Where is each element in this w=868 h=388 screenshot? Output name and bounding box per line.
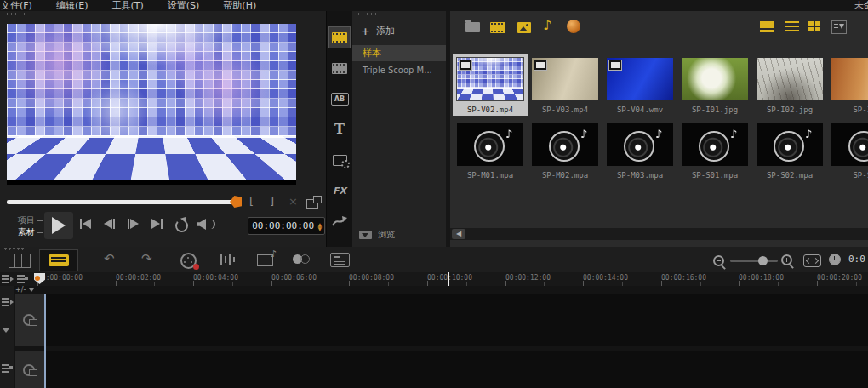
overlay-tracks-icon[interactable] <box>2 364 13 373</box>
previous-frame-button[interactable] <box>104 219 115 229</box>
video-track-lane[interactable] <box>46 294 868 346</box>
add-folder-button[interactable]: + 添加 <box>361 25 395 37</box>
redo-button[interactable]: ↷ <box>141 253 152 265</box>
menu-file[interactable]: 文件(F) <box>1 0 32 11</box>
record-capture-button[interactable] <box>180 253 197 269</box>
media-item-sp-i01[interactable]: SP-I01.jpg <box>677 54 752 116</box>
menu-edit[interactable]: 编辑(E) <box>56 0 89 11</box>
media-item-sp-s02[interactable]: ♪ SP-S02.mpa <box>752 119 827 181</box>
graphic-icon <box>333 155 347 166</box>
ripple-editing-button[interactable] <box>2 275 13 283</box>
media-item-sp-m03[interactable]: ♪ SP-M03.mpa <box>602 119 677 181</box>
overlay-track-icon <box>23 364 37 376</box>
scrubber-handle[interactable] <box>230 196 242 208</box>
overlay-track-header[interactable] <box>15 351 44 388</box>
previous-frame-icon <box>113 219 115 229</box>
media-item-sp-i03[interactable]: SP-I0 <box>827 54 868 116</box>
timecode-value[interactable]: 00:00:00:00 <box>248 220 317 231</box>
import-folder-icon[interactable] <box>465 22 480 32</box>
enlarge-preview-button[interactable] <box>306 199 318 209</box>
storyboard-view-button[interactable] <box>9 254 31 268</box>
track-insert-button[interactable] <box>17 275 28 283</box>
overlay-track-lane[interactable] <box>46 351 868 388</box>
project-duration-value: 0:0 <box>848 254 865 265</box>
zoom-in-icon[interactable] <box>781 254 792 265</box>
timeline-zoom-slider[interactable] <box>730 260 778 262</box>
motion-tracking-button[interactable] <box>293 254 311 265</box>
mark-out-button[interactable]: ] <box>270 196 274 208</box>
undo-button[interactable]: ↶ <box>104 253 115 265</box>
show-videos-filter-icon[interactable] <box>490 22 505 33</box>
volume-button[interactable] <box>197 219 206 230</box>
folder-item-triple-scoop[interactable]: Triple Scoop M... <box>352 62 446 78</box>
mode-project-toggle[interactable]: 项目 <box>18 215 43 225</box>
grid-view-button[interactable] <box>808 21 821 31</box>
show-photos-filter-icon[interactable] <box>517 22 531 33</box>
nav-filter-button[interactable]: FX <box>328 180 351 202</box>
media-item-label: SP-S01.mpa <box>677 171 752 180</box>
list-view-button[interactable] <box>785 21 799 31</box>
sort-button[interactable] <box>831 20 847 34</box>
disco-wall-art <box>7 24 296 136</box>
video-track-header[interactable] <box>15 294 44 346</box>
media-item-sp-m01[interactable]: ♪ SP-M01.mpa <box>453 119 528 181</box>
nav-transition-button[interactable]: AB <box>328 88 351 110</box>
end-icon <box>151 219 160 229</box>
fit-project-button[interactable] <box>803 254 821 267</box>
ruler-label: 00:00:20:00 <box>817 274 862 282</box>
audio-thumbnail: ♪ <box>757 123 823 166</box>
end-button[interactable] <box>151 219 163 229</box>
play-button[interactable] <box>44 212 73 239</box>
media-item-sp-m02[interactable]: ♪ SP-M02.mpa <box>528 119 602 181</box>
browse-button[interactable]: 浏览 <box>359 229 395 241</box>
zoom-slider-handle[interactable] <box>758 256 768 265</box>
nav-instant-project-button[interactable] <box>328 57 351 79</box>
subtitle-editor-button[interactable] <box>330 253 350 267</box>
library-gallery-pane: ♪ SP-V02.mp4 <box>450 11 868 247</box>
home-button[interactable] <box>80 219 91 229</box>
nav-motion-path-button[interactable] <box>328 210 351 232</box>
menu-bar: 文件(F) 编辑(E) 工具(T) 设置(S) 帮助(H) 未命 <box>0 0 868 11</box>
repeat-button[interactable] <box>175 220 188 232</box>
split-clip-button[interactable]: × <box>288 196 298 208</box>
timecode-spinner[interactable]: ▲ ▼ <box>317 222 322 231</box>
nav-title-button[interactable]: T <box>328 118 351 140</box>
media-item-sp-s01[interactable]: ♪ SP-S01.mpa <box>677 119 752 181</box>
gallery-scrollbar[interactable]: ◀ <box>450 228 868 240</box>
mark-in-button[interactable]: [ <box>249 196 254 208</box>
media-item-sp-v02[interactable]: SP-V02.mp4 <box>453 54 528 116</box>
scroll-left-button[interactable]: ◀ <box>452 229 465 239</box>
mode-clip-toggle[interactable]: 素材 <box>18 227 43 237</box>
folder-item-samples[interactable]: 样本 <box>352 45 446 61</box>
playhead-line[interactable] <box>448 272 449 286</box>
nav-graphic-button[interactable] <box>328 149 351 171</box>
panel-grip[interactable] <box>5 13 27 15</box>
scrubber-track[interactable] <box>7 200 235 204</box>
menu-tools[interactable]: 工具(T) <box>111 0 143 11</box>
media-item-sp-v03[interactable]: SP-V03.mp4 <box>528 54 602 116</box>
auto-music-button[interactable]: ♪ <box>257 254 273 266</box>
nav-media-button[interactable] <box>328 26 351 48</box>
spinner-down-icon[interactable]: ▼ <box>317 226 322 231</box>
timeline-view-button[interactable] <box>39 249 78 271</box>
menu-help[interactable]: 帮助(H) <box>223 0 256 11</box>
show-audio-filter-icon[interactable]: ♪ <box>543 17 551 33</box>
sound-mixer-button[interactable] <box>220 254 235 265</box>
media-item-sp-v04[interactable]: SP-V04.wmv <box>602 54 677 116</box>
panel-grip[interactable] <box>3 248 26 250</box>
web-media-icon[interactable] <box>567 20 580 33</box>
track-add-remove-control[interactable]: +/- <box>15 286 44 294</box>
media-item-sp-i02[interactable]: SP-I02.jpg <box>752 54 827 116</box>
zoom-out-icon[interactable] <box>713 255 724 266</box>
thumbnail-view-button[interactable] <box>760 21 774 32</box>
panel-grip[interactable] <box>357 13 379 15</box>
timeline-ruler[interactable]: 00:00:00:00 00:00:02:00 00:00:04:00 00:0… <box>0 272 868 287</box>
duration-clock-icon[interactable] <box>829 254 841 265</box>
vinyl-record-icon <box>774 131 804 162</box>
all-tracks-visibility-icon[interactable] <box>2 298 13 306</box>
rail-caret-icon[interactable] <box>3 328 9 333</box>
menu-settings[interactable]: 设置(S) <box>168 0 200 11</box>
media-item-sp-s03[interactable]: ♪ SP-S0 <box>827 119 868 181</box>
ruler-label: 00:00:08:00 <box>349 274 394 282</box>
next-frame-button[interactable] <box>128 219 139 229</box>
